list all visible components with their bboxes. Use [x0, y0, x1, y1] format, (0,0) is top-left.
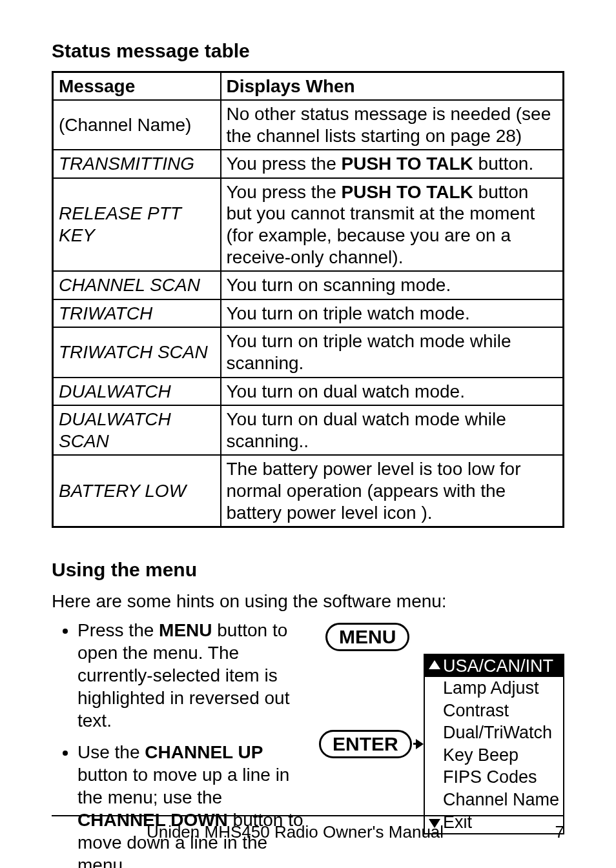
- status-message-table: Message Displays When (Channel Name)No o…: [52, 71, 564, 529]
- table-row: CHANNEL SCANYou turn on scanning mode.: [53, 271, 564, 299]
- menu-button-lozenge: MENU: [325, 623, 409, 651]
- page-footer: Uniden MHS450 Radio Owner's Manual 7: [52, 822, 564, 843]
- message-cell: TRANSMITTING: [53, 150, 221, 178]
- message-cell: (Channel Name): [53, 100, 221, 150]
- using-menu-heading: Using the menu: [52, 558, 564, 582]
- table-row: TRIWATCHYou turn on triple watch mode.: [53, 299, 564, 328]
- table-row: TRANSMITTINGYou press the PUSH TO TALK b…: [53, 150, 564, 178]
- displays-when-cell: You turn on triple watch mode while scan…: [221, 327, 564, 377]
- menu-item: FIPS Codes: [425, 766, 563, 789]
- displays-when-cell: You turn on dual watch mode.: [221, 378, 564, 406]
- message-cell: RELEASE PTT KEY: [53, 178, 221, 271]
- displays-when-cell: You press the PUSH TO TALK button.: [221, 150, 564, 178]
- message-cell: DUALWATCH: [53, 378, 221, 406]
- scroll-up-icon: [429, 660, 440, 669]
- footer-rule: [52, 815, 564, 816]
- displays-when-cell: You turn on dual watch mode while scanni…: [221, 405, 564, 455]
- displays-when-cell: The battery power level is too low for n…: [221, 455, 564, 527]
- menu-diagram: MENU ENTER USA/CAN/INTLamp AdjustContras…: [319, 619, 564, 834]
- menu-intro: Here are some hints on using the softwar…: [52, 590, 564, 612]
- message-cell: CHANNEL SCAN: [53, 271, 221, 299]
- table-row: DUALWATCH SCANYou turn on dual watch mod…: [53, 405, 564, 455]
- status-table-heading: Status message table: [52, 39, 564, 63]
- message-cell: DUALWATCH SCAN: [53, 405, 221, 455]
- enter-button-lozenge: ENTER: [319, 730, 412, 758]
- menu-item: Contrast: [425, 700, 563, 722]
- menu-item: USA/CAN/INT: [425, 655, 563, 678]
- table-row: RELEASE PTT KEYYou press the PUSH TO TAL…: [53, 178, 564, 271]
- menu-item: Key Beep: [425, 744, 563, 767]
- list-item: Use the CHANNEL UP button to move up a l…: [77, 741, 306, 868]
- table-row: (Channel Name)No other status message is…: [53, 100, 564, 150]
- col-message: Message: [53, 72, 221, 100]
- col-displays-when: Displays When: [221, 72, 564, 100]
- page-number: 7: [539, 822, 564, 843]
- table-row: BATTERY LOWThe battery power level is to…: [53, 455, 564, 527]
- displays-when-cell: You press the PUSH TO TALK button but yo…: [221, 178, 564, 271]
- arrow-icon: [413, 743, 422, 745]
- menu-list-box: USA/CAN/INTLamp AdjustContrastDual/TriWa…: [424, 654, 564, 834]
- list-item: Press the MENU button to open the menu. …: [77, 619, 306, 732]
- message-cell: BATTERY LOW: [53, 455, 221, 527]
- message-cell: TRIWATCH SCAN: [53, 327, 221, 377]
- table-row: DUALWATCHYou turn on dual watch mode.: [53, 378, 564, 406]
- message-cell: TRIWATCH: [53, 299, 221, 328]
- menu-item: Channel Name: [425, 789, 563, 811]
- footer-title: Uniden MHS450 Radio Owner's Manual: [52, 822, 539, 843]
- menu-item: Lamp Adjust: [425, 677, 563, 700]
- menu-item: Dual/TriWatch: [425, 722, 563, 744]
- displays-when-cell: You turn on triple watch mode.: [221, 299, 564, 328]
- displays-when-cell: You turn on scanning mode.: [221, 271, 564, 299]
- table-row: TRIWATCH SCANYou turn on triple watch mo…: [53, 327, 564, 377]
- displays-when-cell: No other status message is needed (see t…: [221, 100, 564, 150]
